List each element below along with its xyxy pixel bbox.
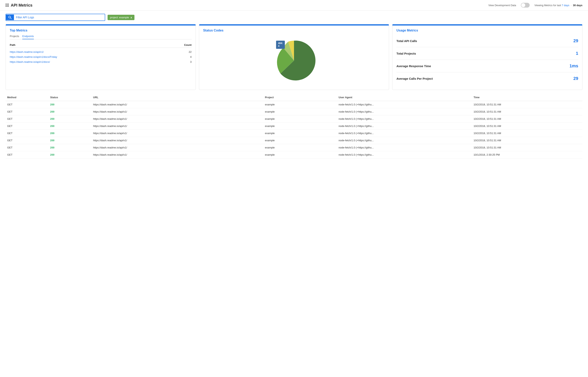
dev-data-label: View Development Data: [488, 4, 516, 7]
cell-agent: node-fetch/1.0 (+https://githu...: [337, 137, 472, 144]
table-row: GET 200 https://dash.readme.io/api/v1/ e…: [6, 130, 582, 137]
cell-status: 200: [49, 144, 92, 151]
cell-project: example: [263, 137, 337, 144]
search-bar: project: example x: [0, 11, 588, 24]
cell-agent: node-fetch/1.0 (+https://githu...: [337, 108, 472, 115]
cell-agent: node-fetch/1.0 (+https://githu...: [337, 144, 472, 151]
col-agent-header: User Agent: [337, 94, 472, 101]
usage-metric-row-1: Total API Calls 29: [396, 35, 578, 47]
cell-time: 10/2/2018, 10:51:31 AM: [472, 101, 582, 108]
usage-metric-value-4: 29: [574, 76, 578, 81]
cell-method: GET: [6, 108, 49, 115]
pie-wrapper: 404:4: [203, 35, 385, 86]
header-left: API Metrics: [6, 3, 33, 8]
cell-status: 200: [49, 130, 92, 137]
usage-metric-value-2: 1: [576, 51, 578, 56]
cell-agent: node-fetch/1.0 (+https://githu...: [337, 130, 472, 137]
usage-metric-label-3: Average Response Time: [396, 64, 431, 68]
cell-method: GET: [6, 115, 49, 123]
search-input[interactable]: [16, 16, 102, 19]
status-codes-title: Status Codes: [203, 29, 385, 32]
grid-icon: [6, 4, 9, 7]
cards-row: Top Metrics Projects Endpoints Path Coun…: [0, 24, 588, 94]
cell-status: 200: [49, 108, 92, 115]
cell-agent: node-fetch/1.0 (+https://githu...: [337, 115, 472, 123]
cell-method: GET: [6, 151, 49, 158]
cell-url: https://dash.readme.io/api/v1/: [92, 115, 263, 123]
search-icon: [6, 14, 14, 20]
status-codes-card: Status Codes 404:4: [199, 24, 389, 90]
path-link-2[interactable]: https://dash.readme.io/api/v1/docs/Frida…: [10, 55, 57, 58]
table-row: GET 200 https://dash.readme.io/api/v1/ e…: [6, 144, 582, 151]
filter-tag[interactable]: project: example x: [108, 15, 134, 20]
usage-metrics-card: Usage Metrics Total API Calls 29 Total P…: [392, 24, 582, 90]
table-row: GET 200 https://dash.readme.io/api/v1/ e…: [6, 115, 582, 123]
path-link-1[interactable]: https://dash.readme.io/api/v1/: [10, 50, 44, 53]
page-header: API Metrics View Development Data Viewin…: [0, 0, 588, 11]
top-metrics-tabs: Projects Endpoints: [10, 35, 192, 39]
cell-project: example: [263, 108, 337, 115]
cell-status: 200: [49, 101, 92, 108]
cell-status: 200: [49, 123, 92, 130]
col-project-header: Project: [263, 94, 337, 101]
tab-endpoints[interactable]: Endpoints: [22, 35, 34, 39]
logs-table-header-row: Method Status URL Project User Agent Tim…: [6, 94, 582, 101]
logs-table: Method Status URL Project User Agent Tim…: [6, 94, 582, 158]
usage-metrics-card-body: Usage Metrics Total API Calls 29 Total P…: [392, 25, 582, 88]
cell-method: GET: [6, 101, 49, 108]
cell-method: GET: [6, 130, 49, 137]
cell-url: https://dash.readme.io/api/v1/: [92, 130, 263, 137]
viewing-metrics: Viewing Metrics for last 7 days · 30 day…: [534, 4, 582, 7]
search-input-wrapper[interactable]: [6, 14, 105, 21]
usage-metric-row-2: Total Projects 1: [396, 47, 578, 60]
cell-time: 10/2/2018, 10:51:31 AM: [472, 144, 582, 151]
table-row: GET 200 https://dash.readme.io/api/v1/ e…: [6, 101, 582, 108]
cell-agent: node-fetch/1.0 (+https://githu...: [337, 101, 472, 108]
cell-url: https://dash.readme.io/api/v1/: [92, 108, 263, 115]
cell-project: example: [263, 115, 337, 123]
top-metrics-title: Top Metrics: [10, 29, 192, 32]
cell-url: https://dash.readme.io/api/v1/: [92, 101, 263, 108]
viewing-link[interactable]: 7 days: [562, 4, 569, 7]
cell-agent: node-fetch/1.0 (+https://githu...: [337, 151, 472, 158]
cell-project: example: [263, 144, 337, 151]
tab-projects[interactable]: Projects: [10, 35, 19, 39]
top-metrics-card-body: Top Metrics Projects Endpoints Path Coun…: [6, 25, 196, 68]
viewing-prefix: Viewing Metrics for last: [534, 4, 561, 7]
filter-tag-close[interactable]: x: [130, 16, 132, 19]
count-1: 22: [189, 50, 191, 53]
path-link-3[interactable]: https://dash.readme.io/api/v1/docs/: [10, 60, 50, 63]
cell-project: example: [263, 130, 337, 137]
dev-data-toggle[interactable]: [521, 3, 530, 8]
usage-metric-value-3: 1ms: [569, 63, 578, 69]
cell-time: 10/2/2018, 10:51:31 AM: [472, 130, 582, 137]
status-codes-card-body: Status Codes 404:4: [199, 25, 389, 90]
cell-project: example: [263, 123, 337, 130]
cell-project: example: [263, 101, 337, 108]
col-time-header: Time: [472, 94, 582, 101]
top-metrics-card: Top Metrics Projects Endpoints Path Coun…: [6, 24, 196, 90]
table-row: GET 200 https://dash.readme.io/api/v1/ e…: [6, 151, 582, 158]
table-row: https://dash.readme.io/api/v1/docs/ 3: [10, 59, 192, 64]
svg-line-1: [11, 18, 12, 19]
usage-metric-label-2: Total Projects: [396, 52, 416, 55]
cell-url: https://dash.readme.io/api/v1/: [92, 151, 263, 158]
cell-time: 10/2/2018, 10:51:31 AM: [472, 115, 582, 123]
logs-table-wrapper: Method Status URL Project User Agent Tim…: [0, 94, 588, 158]
usage-metrics-title: Usage Metrics: [396, 29, 578, 32]
col-path-header: Path: [10, 43, 15, 47]
header-right: View Development Data Viewing Metrics fo…: [488, 3, 582, 8]
cell-project: example: [263, 151, 337, 158]
cell-url: https://dash.readme.io/api/v1/: [92, 137, 263, 144]
cell-status: 200: [49, 115, 92, 123]
col-method-header: Method: [6, 94, 49, 101]
cell-url: https://dash.readme.io/api/v1/: [92, 144, 263, 151]
table-row: https://dash.readme.io/api/v1/ 22: [10, 49, 192, 54]
usage-metric-value-1: 29: [574, 38, 578, 43]
pie-label: 404:4: [276, 41, 285, 49]
usage-metric-label-1: Total API Calls: [396, 39, 417, 43]
cell-url: https://dash.readme.io/api/v1/: [92, 123, 263, 130]
usage-metric-row-4: Average Calls Per Project 29: [396, 72, 578, 85]
filter-tag-label: project: example: [110, 16, 129, 19]
col-status-header: Status: [49, 94, 92, 101]
